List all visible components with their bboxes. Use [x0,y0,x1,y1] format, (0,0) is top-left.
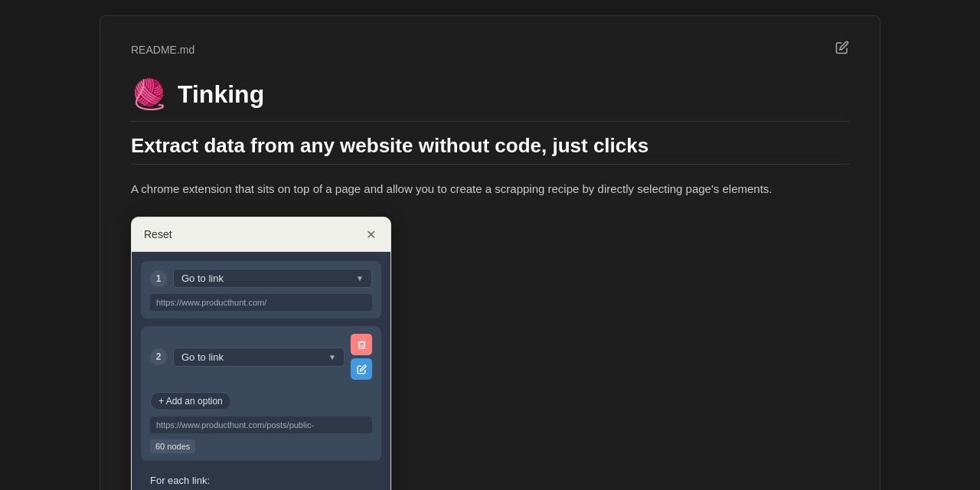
step-2-delete-button[interactable] [351,334,372,355]
step-2-dropdown[interactable]: Go to link ▼ [173,348,345,367]
headline-divider [131,164,849,165]
headline: Extract data from any website without co… [131,134,849,158]
step-1-dropdown-label: Go to link [181,273,224,284]
step-1-header: 1 Go to link ▼ [150,269,372,288]
title-divider [131,121,849,122]
plugin-header: Reset ✕ [132,217,390,252]
step-1-dropdown-arrow: ▼ [356,274,364,283]
card-header: README.md [131,41,849,58]
step-row-1: 1 Go to link ▼ https://www.producthunt.c… [141,261,381,318]
step-1-number: 1 [150,270,167,287]
step-2-edit-button[interactable] [351,358,372,380]
add-option-button[interactable]: + Add an option [150,392,231,410]
step-2-header: 2 Go to link ▼ [150,334,372,380]
step-2-number: 2 [150,348,167,365]
nodes-badge: 60 nodes [150,439,195,453]
card-filename: README.md [131,44,194,56]
close-button[interactable]: ✕ [363,227,378,242]
step-1-dropdown[interactable]: Go to link ▼ [173,269,372,288]
description-text: A chrome extension that sits on top of a… [131,180,820,198]
edit-icon[interactable] [835,41,849,58]
reset-button[interactable]: Reset [144,228,172,240]
title-section: 🧶 Tinking [131,80,849,109]
plugin-window: Reset ✕ 1 Go to link ▼ https://www.produ… [131,217,391,490]
plugin-body: 1 Go to link ▼ https://www.producthunt.c… [132,252,390,490]
step-2-url: https://www.producthunt.com/posts/public… [150,416,372,433]
for-each-label: For each link: [141,469,381,490]
step-2-dropdown-label: Go to link [181,351,224,363]
yarn-icon: 🧶 [131,80,167,109]
step-2-actions [351,334,372,380]
step-2-dropdown-arrow: ▼ [328,353,336,361]
app-title: Tinking [178,80,264,109]
readme-card: README.md 🧶 Tinking Extract data from an… [100,15,880,490]
step-row-2: 2 Go to link ▼ [141,326,381,461]
close-icon: ✕ [366,227,376,242]
step-1-url: https://www.producthunt.com/ [150,294,372,311]
